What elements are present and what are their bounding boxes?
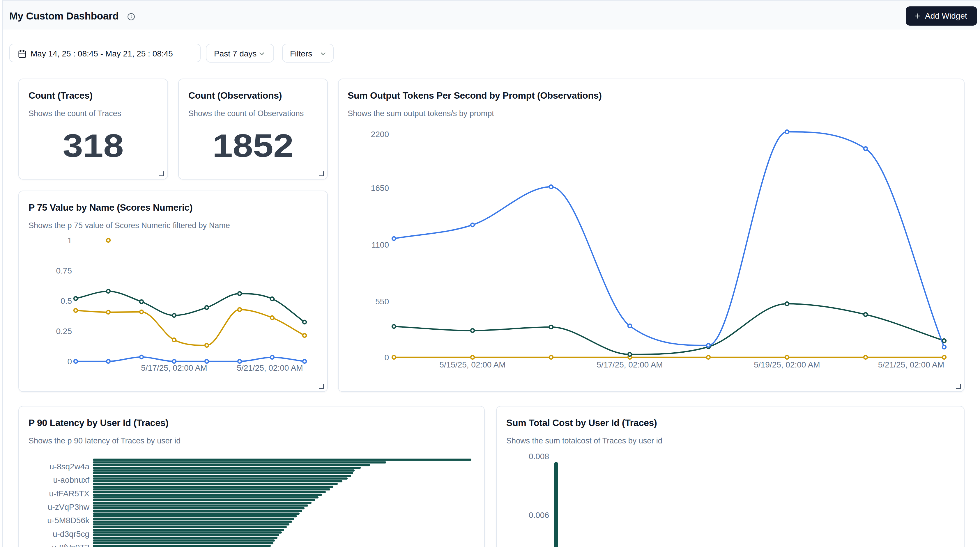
svg-text:5/21/25, 02:00 AM: 5/21/25, 02:00 AM bbox=[237, 363, 303, 373]
svg-text:0.008: 0.008 bbox=[529, 452, 549, 461]
svg-text:u-zVqP3hw: u-zVqP3hw bbox=[48, 503, 90, 512]
svg-text:0: 0 bbox=[384, 353, 389, 362]
svg-text:u-aobnuxf: u-aobnuxf bbox=[53, 476, 89, 484]
svg-text:u-d3qr5cg: u-d3qr5cg bbox=[53, 530, 89, 539]
svg-text:u-8sq2w4a: u-8sq2w4a bbox=[49, 462, 89, 471]
svg-text:1100: 1100 bbox=[372, 240, 389, 249]
svg-text:1650: 1650 bbox=[371, 184, 389, 193]
svg-text:u-5M8D56k: u-5M8D56k bbox=[47, 516, 90, 525]
svg-text:0.75: 0.75 bbox=[56, 266, 72, 275]
svg-text:0.25: 0.25 bbox=[56, 327, 72, 336]
svg-text:1: 1 bbox=[67, 236, 72, 245]
svg-text:550: 550 bbox=[375, 297, 389, 306]
svg-text:5/17/25, 02:00 AM: 5/17/25, 02:00 AM bbox=[141, 363, 207, 373]
svg-text:u-8fVa9T3: u-8fVa9T3 bbox=[52, 543, 89, 547]
svg-text:0: 0 bbox=[67, 357, 72, 366]
svg-text:5/19/25, 02:00 AM: 5/19/25, 02:00 AM bbox=[754, 360, 820, 369]
svg-text:2200: 2200 bbox=[371, 130, 389, 139]
svg-text:0.006: 0.006 bbox=[529, 511, 549, 520]
svg-text:u-tFAR5TX: u-tFAR5TX bbox=[49, 489, 90, 498]
svg-text:5/15/25, 02:00 AM: 5/15/25, 02:00 AM bbox=[439, 360, 506, 369]
svg-text:0.5: 0.5 bbox=[60, 296, 72, 306]
svg-text:5/17/25, 02:00 AM: 5/17/25, 02:00 AM bbox=[597, 360, 663, 369]
svg-text:5/21/25, 02:00 AM: 5/21/25, 02:00 AM bbox=[878, 360, 944, 369]
